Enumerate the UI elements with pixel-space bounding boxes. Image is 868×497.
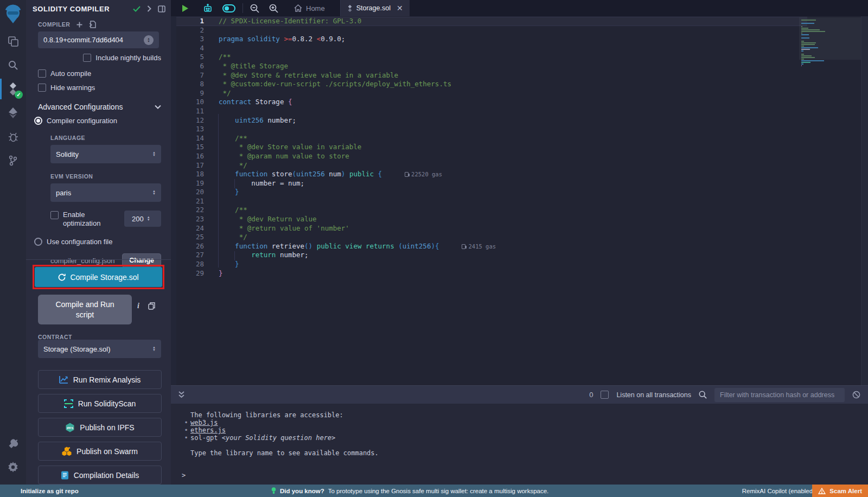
optimization-runs-input[interactable]: 200 ▲▼ (124, 211, 161, 227)
terminal-search-icon[interactable] (699, 391, 707, 399)
code-line[interactable]: // SPDX-License-Identifier: GPL-3.0 (219, 17, 797, 26)
line-number[interactable]: 20 (176, 188, 212, 197)
close-tab-icon[interactable]: ✕ (397, 4, 403, 12)
transaction-filter-input[interactable] (714, 388, 845, 402)
ethers-link[interactable]: ethers.js (190, 426, 226, 434)
compiler-version-select[interactable]: 0.8.19+commit.7dd6d404 ▲▼ (38, 31, 159, 48)
code-line[interactable]: } (219, 188, 797, 197)
publish-on-swarm-button[interactable]: Publish on Swarm (38, 442, 162, 461)
line-number[interactable]: 28 (176, 260, 212, 269)
line-number[interactable]: 12 (176, 116, 212, 125)
code-line[interactable] (219, 107, 797, 116)
line-number[interactable]: 23 (176, 215, 212, 224)
terminal-output[interactable]: The following libraries are accessible: … (171, 404, 868, 485)
code-editor[interactable]: 1234567891011121314151617181920212223242… (176, 16, 868, 385)
code-line[interactable]: * @return value of 'number' (219, 224, 797, 233)
web3-link[interactable]: web3.js (190, 419, 218, 426)
code-line[interactable]: */ (219, 89, 797, 98)
line-number[interactable]: 13 (176, 125, 212, 134)
code-line[interactable]: * @dev Store value in variable (219, 143, 797, 152)
code-line[interactable]: } (219, 260, 797, 269)
git-icon[interactable] (0, 149, 26, 173)
minimap[interactable] (801, 17, 860, 384)
code-line[interactable]: function retrieve() public view returns … (219, 242, 797, 251)
line-number[interactable]: 5 (176, 53, 212, 62)
code-line[interactable]: function store(uint256 num) public {2252… (219, 170, 797, 179)
chevron-right-icon[interactable] (147, 5, 151, 12)
code-line[interactable]: contract Storage { (219, 98, 797, 107)
code-line[interactable] (219, 26, 797, 35)
line-number[interactable]: 24 (176, 224, 212, 233)
evm-version-select[interactable]: paris ▲▼ (50, 183, 161, 202)
line-number[interactable]: 4 (176, 44, 212, 53)
auto-compile-checkbox[interactable] (38, 69, 46, 78)
info-icon[interactable]: i (137, 302, 139, 310)
pin-panel-icon[interactable] (158, 5, 165, 12)
line-number[interactable]: 18 (176, 170, 212, 179)
code-line[interactable]: } (219, 269, 797, 278)
code-line[interactable]: pragma solidity >=0.8.2 <0.9.0; (219, 35, 797, 44)
compile-button[interactable]: Compile Storage.sol (35, 267, 162, 287)
settings-icon[interactable] (0, 455, 26, 479)
plugin-manager-icon[interactable] (0, 431, 26, 455)
run-script-play-button[interactable] (171, 0, 194, 16)
copilot-toggle-icon[interactable] (218, 0, 240, 16)
code-line[interactable]: /** (219, 134, 797, 143)
tab-home[interactable]: Home (286, 0, 333, 16)
listen-transactions-checkbox[interactable] (601, 391, 609, 399)
code-line[interactable]: * @dev Store & retrieve value in a varia… (219, 71, 797, 80)
include-nightly-checkbox[interactable] (83, 54, 91, 62)
line-number[interactable]: 6 (176, 62, 212, 71)
code-line[interactable]: uint256 number; (219, 116, 797, 125)
advanced-configurations-header[interactable]: Advanced Configurations (26, 92, 171, 111)
compiler-configuration-radio[interactable] (34, 117, 42, 125)
line-number[interactable]: 26 (176, 242, 212, 251)
line-number[interactable]: 9 (176, 89, 212, 98)
run-solidityscan-button[interactable]: Run SolidityScan (38, 394, 162, 413)
terminal-prompt[interactable]: > (182, 471, 868, 479)
line-number[interactable]: 22 (176, 206, 212, 215)
line-number[interactable]: 11 (176, 107, 212, 116)
config-filename[interactable]: compiler_config.json (50, 257, 115, 265)
use-configuration-file-radio[interactable] (34, 238, 42, 246)
line-number[interactable]: 16 (176, 152, 212, 161)
zoom-out-icon[interactable] (245, 0, 264, 16)
line-number[interactable]: 10 (176, 98, 212, 107)
run-remix-analysis-button[interactable]: Run Remix Analysis (38, 370, 162, 389)
solidity-compiler-icon[interactable]: ✓ (0, 77, 26, 101)
debugger-icon[interactable] (0, 125, 26, 149)
editor-scrollbar[interactable] (861, 16, 868, 385)
hide-warnings-checkbox[interactable] (38, 84, 46, 92)
line-number[interactable]: 2 (176, 26, 212, 35)
contract-select[interactable]: Storage (Storage.sol) ▲▼ (38, 340, 161, 358)
code-line[interactable] (219, 197, 797, 206)
file-explorer-icon[interactable] (0, 29, 26, 53)
code-line[interactable]: /** (219, 206, 797, 215)
code-line[interactable]: * @custom:dev-run-script ./scripts/deplo… (219, 80, 797, 89)
init-git-repo-button[interactable]: Initialize as git repo (0, 488, 79, 494)
line-number[interactable]: 15 (176, 143, 212, 152)
copy-icon[interactable] (148, 302, 155, 310)
line-number[interactable]: 14 (176, 134, 212, 143)
code-line[interactable]: * @param num value to store (219, 152, 797, 161)
code-line[interactable]: return number; (219, 251, 797, 260)
scam-alert-button[interactable]: Scam Alert (812, 485, 868, 497)
code-line[interactable]: */ (219, 161, 797, 170)
line-number[interactable]: 29 (176, 269, 212, 278)
line-number[interactable]: 17 (176, 161, 212, 170)
code-line[interactable]: */ (219, 233, 797, 242)
line-number[interactable]: 1 (176, 17, 212, 26)
search-icon[interactable] (0, 53, 26, 77)
zoom-in-icon[interactable] (264, 0, 283, 16)
code-line[interactable]: * @dev Return value (219, 215, 797, 224)
ai-copilot-robot-icon[interactable] (198, 0, 218, 16)
code-line[interactable] (219, 44, 797, 53)
code-line[interactable]: /** (219, 53, 797, 62)
line-number[interactable]: 8 (176, 80, 212, 89)
tab-storage-sol[interactable]: Storage.sol ✕ (340, 0, 410, 16)
compilation-details-button[interactable]: Compilation Details (38, 466, 162, 485)
open-file-icon[interactable] (89, 21, 96, 28)
line-number[interactable]: 21 (176, 197, 212, 206)
line-number[interactable]: 27 (176, 251, 212, 260)
line-number[interactable]: 19 (176, 179, 212, 188)
